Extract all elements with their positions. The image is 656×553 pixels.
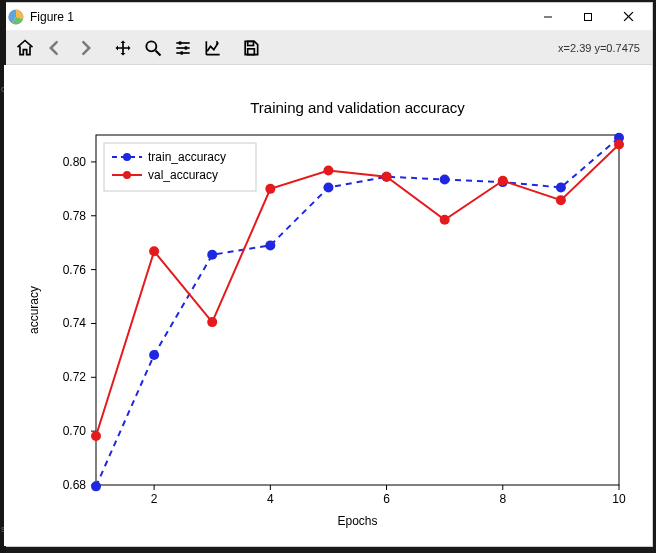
- svg-point-47: [323, 183, 333, 193]
- zoom-button[interactable]: [138, 34, 168, 62]
- back-button[interactable]: [40, 34, 70, 62]
- window-title: Figure 1: [30, 10, 74, 24]
- pan-button[interactable]: [108, 34, 138, 62]
- svg-text:6: 6: [383, 492, 390, 506]
- svg-text:Training and validation accura: Training and validation accuracy: [250, 99, 465, 116]
- svg-point-68: [123, 171, 131, 179]
- svg-point-49: [440, 174, 450, 184]
- svg-text:Epochs: Epochs: [337, 514, 377, 528]
- svg-text:accuracy: accuracy: [27, 286, 41, 334]
- svg-point-60: [498, 176, 508, 186]
- svg-point-56: [265, 184, 275, 194]
- svg-rect-8: [179, 41, 182, 44]
- svg-rect-10: [185, 46, 188, 49]
- svg-point-46: [265, 240, 275, 250]
- svg-point-61: [556, 195, 566, 205]
- edit-axis-button[interactable]: [198, 34, 228, 62]
- svg-text:0.76: 0.76: [63, 263, 87, 277]
- figure-window: Figure 1 x=2.39 y=: [3, 2, 653, 547]
- svg-rect-14: [248, 48, 255, 54]
- svg-text:10: 10: [612, 492, 626, 506]
- home-button[interactable]: [10, 34, 40, 62]
- svg-text:0.74: 0.74: [63, 316, 87, 330]
- save-button[interactable]: [236, 34, 266, 62]
- window-close-button[interactable]: [608, 4, 648, 30]
- window-titlebar: Figure 1: [4, 3, 652, 31]
- svg-text:0.68: 0.68: [63, 478, 87, 492]
- svg-point-51: [556, 183, 566, 193]
- svg-text:0.80: 0.80: [63, 155, 87, 169]
- svg-point-58: [382, 172, 392, 182]
- svg-point-44: [149, 350, 159, 360]
- svg-text:0.78: 0.78: [63, 209, 87, 223]
- svg-text:0.70: 0.70: [63, 424, 87, 438]
- matplotlib-toolbar: x=2.39 y=0.7475: [4, 31, 652, 65]
- svg-rect-12: [181, 51, 184, 54]
- svg-text:2: 2: [151, 492, 158, 506]
- svg-text:val_accuracy: val_accuracy: [148, 168, 218, 182]
- svg-point-57: [323, 166, 333, 176]
- configure-subplots-button[interactable]: [168, 34, 198, 62]
- window-maximize-button[interactable]: [568, 4, 608, 30]
- svg-rect-13: [248, 41, 254, 45]
- svg-point-45: [207, 250, 217, 260]
- matplotlib-app-icon: [8, 9, 24, 25]
- window-minimize-button[interactable]: [528, 4, 568, 30]
- svg-text:4: 4: [267, 492, 274, 506]
- svg-point-53: [91, 431, 101, 441]
- cursor-coord-readout: x=2.39 y=0.7475: [558, 42, 646, 54]
- svg-point-54: [149, 246, 159, 256]
- svg-line-6: [156, 50, 161, 55]
- svg-point-55: [207, 317, 217, 327]
- svg-point-5: [146, 41, 156, 51]
- plot-canvas[interactable]: 2468100.680.700.720.740.760.780.80Epochs…: [4, 65, 652, 546]
- svg-point-65: [123, 153, 131, 161]
- svg-point-59: [440, 215, 450, 225]
- svg-point-62: [614, 139, 624, 149]
- svg-text:train_accuracy: train_accuracy: [148, 150, 226, 164]
- forward-button[interactable]: [70, 34, 100, 62]
- svg-point-43: [91, 481, 101, 491]
- svg-rect-2: [585, 13, 592, 20]
- svg-text:0.72: 0.72: [63, 370, 87, 384]
- svg-text:8: 8: [499, 492, 506, 506]
